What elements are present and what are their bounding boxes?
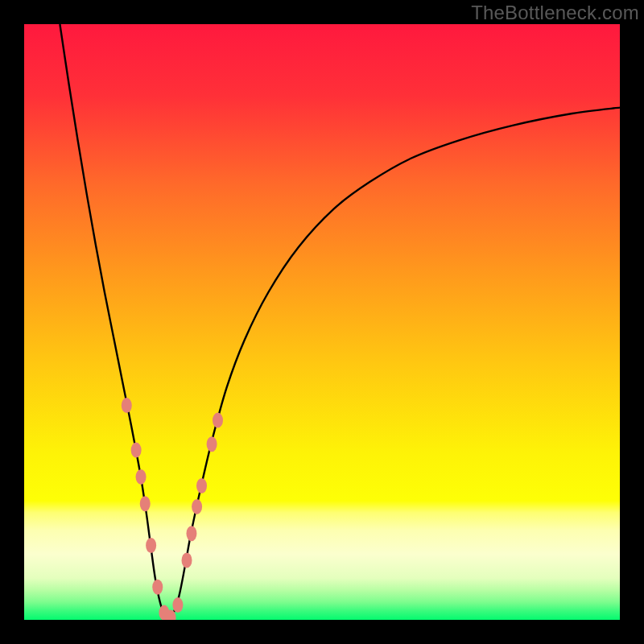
data-marker (152, 580, 163, 595)
data-marker (140, 496, 151, 511)
data-marker (136, 469, 147, 485)
chart-frame: TheBottleneck.com (0, 0, 644, 644)
marker-group (122, 398, 223, 620)
data-marker (122, 398, 132, 413)
data-marker (146, 538, 156, 553)
curve-layer (24, 24, 620, 620)
data-marker (192, 499, 202, 514)
data-marker (213, 413, 223, 428)
watermark-text: TheBottleneck.com (471, 2, 639, 24)
data-marker (131, 443, 142, 458)
bottleneck-curve (60, 24, 620, 618)
data-marker (207, 436, 217, 452)
data-marker (196, 478, 207, 493)
data-marker (186, 526, 196, 541)
plot-area (24, 24, 620, 620)
data-marker (172, 597, 183, 613)
data-marker (182, 553, 192, 568)
